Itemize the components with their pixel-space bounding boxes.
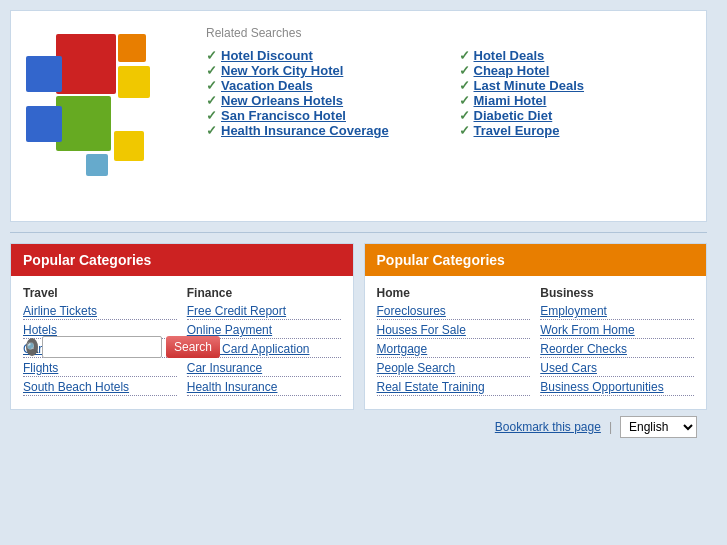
right-cat-body: Home Foreclosures Houses For Sale Mortga… <box>365 276 707 409</box>
search-input[interactable] <box>42 336 162 358</box>
link-south-beach[interactable]: South Beach Hotels <box>23 380 177 396</box>
related-title: Related Searches <box>206 26 691 40</box>
link-item-sf-hotel: ✓ San Francisco Hotel <box>206 108 439 123</box>
link-mortgage[interactable]: Mortgage <box>377 342 531 358</box>
logo-sq-red <box>56 34 116 94</box>
right-cat-col1-title: Home <box>377 286 531 300</box>
link-reorder-checks[interactable]: Reorder Checks <box>540 342 694 358</box>
link-diabetic[interactable]: Diabetic Diet <box>474 108 553 123</box>
link-health-insurance[interactable]: Health Insurance <box>187 380 341 396</box>
logo-area: 🔍 Search <box>26 26 196 206</box>
links-grid: ✓ Hotel Discount ✓ New York City Hotel ✓… <box>206 48 691 138</box>
footer-pipe: | <box>609 420 612 434</box>
footer-bar: Bookmark this page | English Español Fra… <box>10 410 707 444</box>
link-people-search[interactable]: People Search <box>377 361 531 377</box>
right-category-box: Popular Categories Home Foreclosures Hou… <box>364 243 708 410</box>
right-cat-col2-title: Business <box>540 286 694 300</box>
check-icon-12: ✓ <box>459 123 470 138</box>
check-icon-5: ✓ <box>206 108 217 123</box>
language-select[interactable]: English Español Français Deutsch <box>620 416 697 438</box>
divider <box>10 232 707 233</box>
link-used-cars[interactable]: Used Cars <box>540 361 694 377</box>
links-col-right: ✓ Hotel Deals ✓ Cheap Hotel ✓ Last Minut… <box>459 48 692 138</box>
check-icon-8: ✓ <box>459 63 470 78</box>
left-cat-col1-title: Travel <box>23 286 177 300</box>
logo-sq-yellow <box>118 66 150 98</box>
link-item-travel-europe: ✓ Travel Europe <box>459 123 692 138</box>
search-icon: 🔍 <box>26 338 38 356</box>
left-cat-col2-title: Finance <box>187 286 341 300</box>
related-section: Related Searches ✓ Hotel Discount ✓ New … <box>196 26 691 138</box>
logo-sq-yellow-bottom <box>114 131 144 161</box>
check-icon-4: ✓ <box>206 93 217 108</box>
check-icon-6: ✓ <box>206 123 217 138</box>
link-hotel-deals[interactable]: Hotel Deals <box>474 48 545 63</box>
check-icon-3: ✓ <box>206 78 217 93</box>
link-item-hotel-discount: ✓ Hotel Discount <box>206 48 439 63</box>
link-item-health-ins: ✓ Health Insurance Coverage <box>206 123 439 138</box>
bookmark-link[interactable]: Bookmark this page <box>495 420 601 434</box>
logo-sq-blue-bottom <box>26 106 62 142</box>
link-item-miami: ✓ Miami Hotel <box>459 93 692 108</box>
link-houses-for-sale[interactable]: Houses For Sale <box>377 323 531 339</box>
link-last-minute[interactable]: Last Minute Deals <box>474 78 585 93</box>
logo-squares <box>26 26 186 196</box>
search-button[interactable]: Search <box>166 336 220 358</box>
check-icon-7: ✓ <box>459 48 470 63</box>
link-work-from-home[interactable]: Work From Home <box>540 323 694 339</box>
link-travel-europe[interactable]: Travel Europe <box>474 123 560 138</box>
left-cat-header: Popular Categories <box>11 244 353 276</box>
link-airline-tickets[interactable]: Airline Tickets <box>23 304 177 320</box>
link-hotel-discount[interactable]: Hotel Discount <box>221 48 313 63</box>
link-sf-hotel[interactable]: San Francisco Hotel <box>221 108 346 123</box>
logo-sq-green <box>56 96 111 151</box>
link-miami[interactable]: Miami Hotel <box>474 93 547 108</box>
check-icon-1: ✓ <box>206 48 217 63</box>
link-item-hotel-deals: ✓ Hotel Deals <box>459 48 692 63</box>
link-real-estate-training[interactable]: Real Estate Training <box>377 380 531 396</box>
link-car-insurance[interactable]: Car Insurance <box>187 361 341 377</box>
top-section: 🔍 Search Related Searches ✓ Hotel Discou… <box>10 10 707 222</box>
logo-sq-blue-top <box>26 56 62 92</box>
link-item-last-minute: ✓ Last Minute Deals <box>459 78 692 93</box>
link-business-opps[interactable]: Business Opportunities <box>540 380 694 396</box>
link-new-orleans[interactable]: New Orleans Hotels <box>221 93 343 108</box>
right-cat-col2: Business Employment Work From Home Reord… <box>540 286 694 399</box>
right-cat-header: Popular Categories <box>365 244 707 276</box>
logo-sq-lightblue <box>86 154 108 176</box>
check-icon-2: ✓ <box>206 63 217 78</box>
link-item-cheap-hotel: ✓ Cheap Hotel <box>459 63 692 78</box>
left-category-box: Popular Categories Travel Airline Ticket… <box>10 243 354 410</box>
link-item-nyc-hotel: ✓ New York City Hotel <box>206 63 439 78</box>
check-icon-11: ✓ <box>459 108 470 123</box>
categories-row: Popular Categories Travel Airline Ticket… <box>10 243 707 410</box>
link-free-credit[interactable]: Free Credit Report <box>187 304 341 320</box>
link-health-ins[interactable]: Health Insurance Coverage <box>221 123 389 138</box>
right-cat-col1: Home Foreclosures Houses For Sale Mortga… <box>377 286 531 399</box>
links-col-left: ✓ Hotel Discount ✓ New York City Hotel ✓… <box>206 48 439 138</box>
link-flights[interactable]: Flights <box>23 361 177 377</box>
link-employment[interactable]: Employment <box>540 304 694 320</box>
check-icon-9: ✓ <box>459 78 470 93</box>
link-cheap-hotel[interactable]: Cheap Hotel <box>474 63 550 78</box>
link-item-diabetic: ✓ Diabetic Diet <box>459 108 692 123</box>
link-vacation-deals[interactable]: Vacation Deals <box>221 78 313 93</box>
check-icon-10: ✓ <box>459 93 470 108</box>
link-foreclosures[interactable]: Foreclosures <box>377 304 531 320</box>
search-area: 🔍 Search <box>26 336 196 358</box>
link-nyc-hotel[interactable]: New York City Hotel <box>221 63 343 78</box>
logo-sq-orange-small <box>118 34 146 62</box>
link-item-vacation-deals: ✓ Vacation Deals <box>206 78 439 93</box>
link-item-new-orleans: ✓ New Orleans Hotels <box>206 93 439 108</box>
